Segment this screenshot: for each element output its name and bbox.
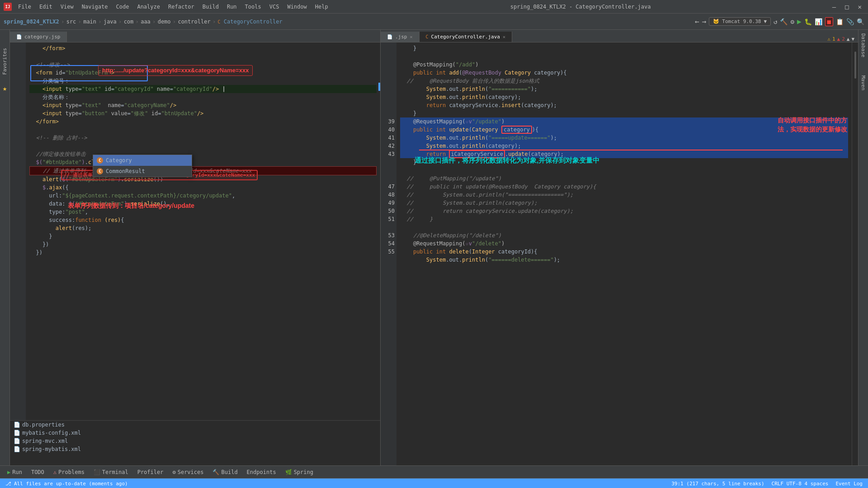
search-everywhere-button[interactable]: 🔍 (857, 18, 864, 25)
attach-button[interactable]: 📎 (846, 18, 854, 25)
jsp-icon: 📄 (16, 34, 22, 39)
coverage-button[interactable]: 📋 (836, 18, 844, 25)
tomcat-label: Tomcat 9.0.38 (722, 19, 761, 24)
tab-todo[interactable]: TODO (28, 468, 48, 476)
tab-jsp[interactable]: 📄 category.jsp (10, 32, 67, 42)
class-icon-2: C (97, 168, 103, 174)
bottom-panel: ▶ Run TODO ⚠ Problems ⬛ Terminal Profile… (0, 465, 868, 488)
menu-view[interactable]: View (57, 3, 77, 11)
menu-help[interactable]: Help (311, 3, 332, 11)
com-crumb[interactable]: com (124, 19, 134, 25)
src-crumb[interactable]: src (66, 19, 76, 25)
window-title: spring_0824_KTLX2 - CategoryController.j… (510, 4, 651, 10)
event-log[interactable]: Event Log (835, 481, 863, 487)
aaa-crumb[interactable]: aaa (141, 19, 151, 25)
line-numbers-left (10, 42, 26, 465)
file-name-4: spring-mybatis.xml (22, 446, 81, 452)
autocomplete-item-category[interactable]: C Category (93, 155, 192, 166)
dropdown-icon: ▼ (764, 19, 767, 24)
menu-refactor[interactable]: Refactor (165, 3, 198, 11)
tab-services[interactable]: ⚙ Services (169, 468, 207, 476)
status-bar: ⎇ All files are up-to-date (moments ago)… (0, 479, 868, 488)
tomcat-selector[interactable]: 🐱 Tomcat 9.0.38 ▼ (709, 17, 771, 26)
close-tab-jsp[interactable]: ✕ (410, 34, 413, 39)
tab-spring[interactable]: 🌿 Spring (282, 468, 317, 476)
file-spring-mybatis[interactable]: 📄 spring-mybatis.xml (10, 445, 380, 453)
tab-endpoints[interactable]: Endpoints (243, 468, 280, 476)
file-tree-bottom: 📄 db.properties 📄 mybatis-config.xml 📄 s… (10, 420, 380, 465)
file-mybatis-config[interactable]: 📄 mybatis-config.xml (10, 429, 380, 437)
line-numbers-right: 39 40 41 42 43 47 48 49 50 51 53 54 55 (381, 42, 396, 465)
sep3: › (98, 18, 102, 25)
code-lines-left: </form> <!--修改--> <form id="btnUpdateFrm… (29, 44, 377, 257)
project-name[interactable]: spring_0824_KTLX2 (4, 19, 59, 25)
profile-button[interactable]: 📊 (815, 18, 822, 25)
right-code-content[interactable]: } @PostMapping("/add") public int add(@R… (396, 42, 852, 465)
scroll-thumb[interactable] (854, 52, 856, 79)
autocomplete-item-commonresult[interactable]: C CommonResult (93, 166, 192, 177)
file-spring-mvc[interactable]: 📄 spring-mvc.xml (10, 437, 380, 445)
sep6: › (152, 18, 156, 25)
scroll-up-icon[interactable]: ▲ (847, 36, 850, 42)
titlebar: IJ File Edit View Navigate Code Analyze … (0, 0, 868, 14)
class-crumb[interactable]: C CategoryController (217, 19, 282, 25)
sep1: › (61, 18, 65, 25)
reload-button[interactable]: ↺ (774, 18, 777, 25)
menu-build[interactable]: Build (199, 3, 222, 11)
autocomplete-label-2: CommonResult (106, 167, 145, 175)
star-icon[interactable]: ★ (3, 84, 7, 93)
tab-problems[interactable]: ⚠ Problems (50, 468, 88, 476)
scroll-down-icon[interactable]: ▼ (851, 36, 854, 42)
menu-tools[interactable]: Tools (241, 3, 265, 11)
error-icon: ▲ (837, 36, 840, 42)
properties-icon: 📄 (14, 422, 20, 428)
debug-button[interactable]: 🐛 (804, 18, 812, 25)
xml-icon-3: 📄 (14, 446, 20, 452)
run-button[interactable]: ▶ (797, 17, 802, 26)
warning-icon: ⚠ (827, 36, 830, 42)
maximize-button[interactable]: □ (842, 2, 851, 11)
main-crumb[interactable]: main (83, 19, 96, 25)
titlebar-left: IJ File Edit View Navigate Code Analyze … (4, 3, 332, 11)
tab-controller[interactable]: C CategoryController.java ✕ (420, 32, 512, 42)
tab-profiler[interactable]: Profiler (134, 468, 167, 476)
menu-analyze[interactable]: Analyze (133, 3, 164, 11)
favorites-panel[interactable]: Favorites (2, 48, 8, 75)
tab-jsp-right[interactable]: 📄 .jsp ✕ (381, 32, 420, 42)
tab-controller-icon: C (426, 34, 429, 39)
menu-edit[interactable]: Edit (36, 3, 56, 11)
tab-build[interactable]: 🔨 Build (209, 468, 241, 476)
menu-run[interactable]: Run (223, 3, 241, 11)
stop-button[interactable]: ■ (825, 17, 833, 26)
right-scrollbar[interactable] (852, 42, 858, 465)
close-tab-controller[interactable]: ✕ (503, 34, 505, 39)
java-crumb[interactable]: java (104, 19, 117, 25)
right-side-panel: Database Maven (858, 30, 868, 465)
back-button[interactable]: ← (695, 17, 699, 26)
left-code-content[interactable]: </form> <!--修改--> <form id="btnUpdateFrm… (26, 42, 380, 465)
menu-vcs[interactable]: VCS (266, 3, 283, 11)
menu-code[interactable]: Code (113, 3, 133, 11)
demo-crumb[interactable]: demo (158, 19, 171, 25)
file-db-properties[interactable]: 📄 db.properties (10, 421, 380, 429)
maven-panel-label[interactable]: Maven (860, 75, 866, 90)
menu-file[interactable]: File (14, 3, 35, 11)
tab-terminal[interactable]: ⬛ Terminal (90, 468, 132, 476)
git-icon: ⎇ (5, 481, 11, 487)
build-icon[interactable]: 🔨 (780, 18, 788, 25)
menu-window[interactable]: Window (283, 3, 310, 11)
minimize-button[interactable]: — (830, 2, 839, 11)
file-name-3: spring-mvc.xml (22, 438, 68, 444)
close-button[interactable]: ✕ (855, 2, 864, 11)
menu-navigate[interactable]: Navigate (78, 3, 112, 11)
tab-run-label: Run (12, 469, 22, 475)
tab-run[interactable]: ▶ Run (4, 468, 26, 476)
bottom-tabs: ▶ Run TODO ⚠ Problems ⬛ Terminal Profile… (0, 466, 868, 479)
controller-crumb[interactable]: controller (178, 19, 210, 25)
tab-jsp-right-label: .jsp (395, 34, 407, 40)
settings-icon[interactable]: ⚙ (790, 18, 794, 25)
forward-button[interactable]: → (702, 17, 707, 26)
tab-services-label: Services (178, 469, 204, 475)
autocomplete-popup[interactable]: C Category C CommonResult (93, 155, 192, 177)
database-panel-label[interactable]: Database (860, 33, 866, 57)
